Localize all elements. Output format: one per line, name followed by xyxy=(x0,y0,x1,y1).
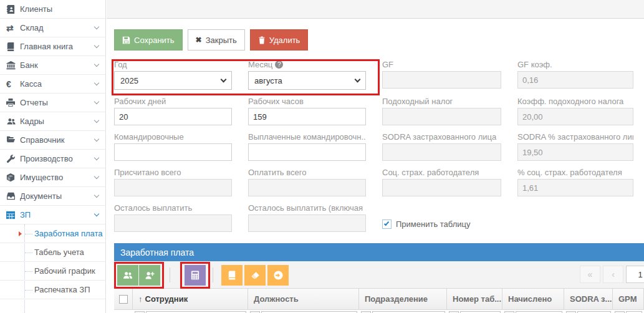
add-employee-button[interactable] xyxy=(139,265,160,286)
gf-input xyxy=(382,71,501,89)
column-header-gpm[interactable]: GPM xyxy=(613,289,644,309)
sidebar-item-clients[interactable]: Клиенты xyxy=(0,0,105,19)
chevron-down-icon xyxy=(94,174,99,179)
field-label-text: Месяц xyxy=(248,60,272,69)
column-header-department[interactable]: Подразделение xyxy=(359,289,447,309)
sidebar-item-reports[interactable]: Отчеты xyxy=(0,94,105,112)
close-button-label: Закрыть xyxy=(206,36,237,45)
sidebar-nav: Клиенты⇄СкладГлавная книгаБанк€КассаОтче… xyxy=(0,0,105,224)
column-label: Должность xyxy=(254,294,299,304)
field-label: Подоходный налог xyxy=(382,97,501,106)
field-label: Рабочих часов xyxy=(248,97,366,106)
sidebar-item-hr[interactable]: Кадры xyxy=(0,112,105,131)
sidebar-subitem-tabel[interactable]: Табель учета xyxy=(0,243,105,262)
field-label-text: GF xyxy=(382,60,393,69)
arrow-circle-right-icon xyxy=(274,271,283,280)
chevron-down-icon xyxy=(94,43,99,48)
save-button[interactable]: Сохранить xyxy=(114,29,183,51)
sidebar-subitem-label: Заработная плата xyxy=(34,229,103,238)
column-label: SODRA з... xyxy=(570,294,612,304)
sidebar-item-ledger[interactable]: Главная книга xyxy=(0,37,105,56)
sidebar-item-cash[interactable]: €Касса xyxy=(0,75,105,94)
column-header-tab-number[interactable]: Номер таб... xyxy=(447,289,502,309)
journal-button[interactable] xyxy=(221,265,243,286)
sidebar-subitem-label: Распечатка ЗП xyxy=(34,285,90,294)
sidebar-item-label: Касса xyxy=(20,79,95,89)
calculate-button[interactable] xyxy=(185,265,206,286)
sidebar-item-production[interactable]: Производство xyxy=(0,150,105,168)
active-item-caret-icon xyxy=(19,231,22,236)
field-accrued-total: Присчитано всего xyxy=(114,168,232,196)
delete-button-label: Удалить xyxy=(269,36,300,45)
panel-title: Заработная плата xyxy=(120,248,194,258)
field-label: Осталось выплатить (включая ... xyxy=(248,203,366,213)
book-icon xyxy=(6,42,20,51)
left-to-pay-input xyxy=(114,214,232,232)
column-header-sodra[interactable]: SODRA з... xyxy=(564,289,613,309)
sidebar-item-bank[interactable]: Банк xyxy=(0,56,105,75)
field-label-text: Год xyxy=(114,60,127,69)
field-label-text: Осталось выплатить (включая ... xyxy=(248,203,366,213)
calculator-icon xyxy=(191,271,199,280)
close-icon: ✖ xyxy=(196,36,202,44)
wrench-icon xyxy=(6,155,20,163)
column-header-employee[interactable]: ↑Сотрудник xyxy=(133,289,248,309)
employer-soc-pct-input xyxy=(517,179,633,196)
filter-cell-select xyxy=(114,311,133,313)
cube-icon xyxy=(6,173,20,182)
sidebar-item-label: Главная книга xyxy=(20,42,95,51)
income-tax-coef-input xyxy=(517,108,633,125)
sidebar-item-label: ЗП xyxy=(20,210,95,219)
field-label: GF коэф. xyxy=(517,60,633,69)
chevron-down-icon xyxy=(94,193,99,198)
close-button[interactable]: ✖ Закрыть xyxy=(188,29,245,51)
column-label: GPM xyxy=(618,294,637,304)
sidebar-item-directory[interactable]: Справочник xyxy=(0,131,105,150)
month-select[interactable]: августа xyxy=(248,71,366,90)
transfer-button[interactable] xyxy=(267,265,289,286)
sidebar-item-salary[interactable]: ЗП xyxy=(0,206,105,224)
sidebar-item-documents[interactable]: Документы xyxy=(0,187,105,206)
field-apply-table: Применить таблицу xyxy=(382,216,501,232)
field-label-text: SODRA % застрахованного лица xyxy=(517,132,633,142)
column-header-select[interactable] xyxy=(114,289,133,309)
column-header-position[interactable]: Должность xyxy=(248,289,359,309)
journal-icon xyxy=(228,271,236,280)
per-diem-input[interactable] xyxy=(114,143,232,161)
select-all-checkbox[interactable] xyxy=(119,295,128,304)
delete-button[interactable]: Удалить xyxy=(250,29,309,51)
check-icon xyxy=(384,220,389,226)
per-diem-paid-input[interactable] xyxy=(248,143,366,161)
field-per-diem: Командировочные xyxy=(114,132,232,161)
chevron-down-icon xyxy=(94,80,99,85)
column-label: Сотрудник xyxy=(145,294,188,304)
work-hours-input[interactable] xyxy=(248,108,366,125)
field-label: Месяц? xyxy=(248,60,366,69)
field-label-text: Соц. страх. работодателя xyxy=(382,168,479,177)
help-icon[interactable]: ? xyxy=(275,60,283,69)
sidebar-subitem-zarplata[interactable]: Заработная плата xyxy=(0,224,105,243)
column-label: Номер таб... xyxy=(453,294,501,304)
sidebar-item-property[interactable]: Имущество xyxy=(0,168,105,187)
column-header-accrued[interactable]: Начислено xyxy=(502,289,564,309)
work-days-input[interactable] xyxy=(114,108,232,125)
year-select[interactable]: 2025 xyxy=(114,71,232,90)
sidebar-item-warehouse[interactable]: ⇄Склад xyxy=(0,19,105,37)
sidebar-item-label: Кадры xyxy=(20,117,95,126)
erase-button[interactable] xyxy=(244,265,266,286)
apply-table-checkbox[interactable] xyxy=(382,219,392,229)
sidebar-subitem-raspechatka[interactable]: Распечатка ЗП xyxy=(0,281,105,299)
pagination-page-input[interactable]: 1 xyxy=(626,266,644,283)
filter-cell-tab-number xyxy=(447,311,502,313)
employees-button[interactable] xyxy=(117,265,138,286)
pagination-prev-button[interactable]: ‹ xyxy=(603,266,623,283)
filter-cell-sodra xyxy=(564,311,613,313)
field-label: SODRA застрахованного лица xyxy=(382,132,501,142)
pagination-first-button[interactable]: « xyxy=(580,266,600,283)
sidebar-subitem-grafik[interactable]: Рабочий график xyxy=(0,262,105,281)
field-left-to-pay-incl: Осталось выплатить (включая ... xyxy=(248,203,366,232)
floppy-icon xyxy=(122,36,130,44)
field-employer-soc-pct: % соц. страх. работодателя xyxy=(517,168,633,196)
field-label: GF xyxy=(382,60,501,69)
field-label-text: Подоходный налог xyxy=(382,97,453,106)
